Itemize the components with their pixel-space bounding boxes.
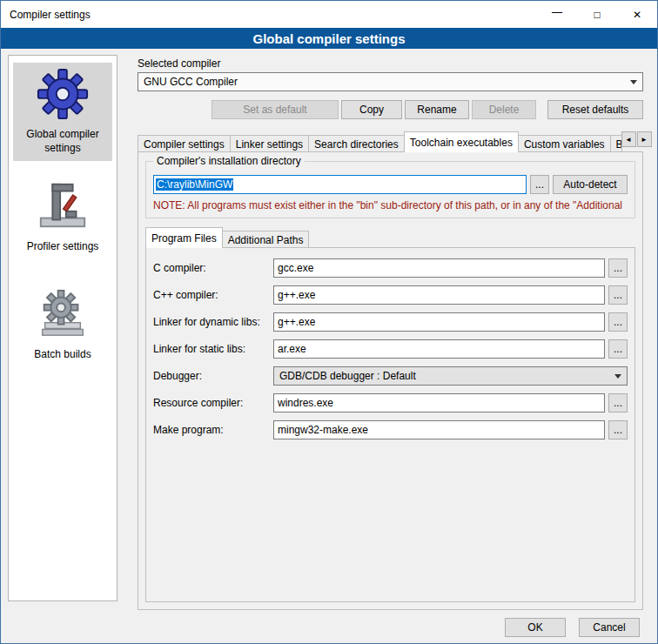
field-label: C compiler: xyxy=(153,262,273,274)
tab-toolchain-executables[interactable]: Toolchain executables xyxy=(404,131,519,152)
maximize-button[interactable]: □ xyxy=(577,1,617,28)
tab-scroll-controls: ◄ ► xyxy=(621,131,652,147)
delete-button: Delete xyxy=(472,100,536,119)
settings-tab-bar: Compiler settings Linker settings Search… xyxy=(138,131,643,152)
tab-compiler-settings[interactable]: Compiler settings xyxy=(138,135,231,152)
selected-compiler-dropdown[interactable]: GNU GCC Compiler xyxy=(138,72,643,91)
chevron-down-icon xyxy=(614,374,621,379)
arrow-right-icon: ► xyxy=(641,136,648,144)
minimize-button[interactable]: — xyxy=(537,1,577,28)
toolchain-executables-panel: Compiler's installation directory C:\ray… xyxy=(138,151,643,610)
tab-search-directories[interactable]: Search directories xyxy=(308,135,405,152)
install-dir-selected-text: C:\raylib\MinGW xyxy=(156,178,233,191)
arrow-left-icon: ◄ xyxy=(625,136,632,144)
form-row-resource-compiler: Resource compiler: ... xyxy=(153,393,628,413)
rename-button[interactable]: Rename xyxy=(405,100,469,119)
field-label: Linker for dynamic libs: xyxy=(153,316,273,328)
page-title: Global compiler settings xyxy=(1,28,657,49)
sidebar-item-label: Profiler settings xyxy=(27,240,99,254)
browse-button[interactable]: ... xyxy=(608,258,628,278)
field-label: Debugger: xyxy=(153,370,273,382)
browse-button[interactable]: ... xyxy=(608,312,628,332)
make-program-input[interactable] xyxy=(273,420,605,439)
sidebar-item-batch-builds[interactable]: Batch builds xyxy=(13,283,112,368)
copy-button[interactable]: Copy xyxy=(341,100,402,119)
tab-scroll-left-button[interactable]: ◄ xyxy=(621,131,636,147)
field-label: Resource compiler: xyxy=(153,397,273,409)
form-row-dynamic-linker: Linker for dynamic libs: ... xyxy=(153,312,628,332)
sidebar-item-label: Global compiler settings xyxy=(15,128,111,155)
cpp-compiler-input[interactable] xyxy=(273,285,605,305)
form-row-cpp-compiler: C++ compiler: ... xyxy=(153,285,628,305)
browse-button[interactable]: ... xyxy=(608,420,628,439)
install-dir-input[interactable]: C:\raylib\MinGW xyxy=(153,175,527,194)
set-as-default-button: Set as default xyxy=(212,100,339,119)
main-panel: Selected compiler GNU GCC Compiler Set a… xyxy=(127,49,652,643)
install-dir-browse-button[interactable]: ... xyxy=(530,175,549,194)
tab-build-options[interactable]: Build xyxy=(610,135,622,152)
installation-directory-row: C:\raylib\MinGW ... Auto-detect xyxy=(153,175,628,194)
program-files-tab-bar: Program Files Additional Paths xyxy=(145,227,635,248)
settings-sidebar: Global compiler settings Profiler settin… xyxy=(8,55,118,601)
installation-directory-label: Compiler's installation directory xyxy=(153,155,305,167)
gear-icon xyxy=(36,67,90,121)
dialog-body: Global compiler settings Profiler settin… xyxy=(1,49,657,643)
sidebar-item-profiler-settings[interactable]: Profiler settings xyxy=(13,175,112,260)
auto-detect-button[interactable]: Auto-detect xyxy=(553,175,628,194)
field-label: C++ compiler: xyxy=(153,289,273,301)
static-linker-input[interactable] xyxy=(273,339,605,359)
compiler-actions: Set as default Copy Rename Delete Reset … xyxy=(138,100,643,119)
browse-button[interactable]: ... xyxy=(608,393,628,413)
debugger-value: GDB/CDB debugger : Default xyxy=(279,370,609,382)
install-dir-note: NOTE: All programs must exist either in … xyxy=(153,199,634,211)
tab-additional-paths[interactable]: Additional Paths xyxy=(222,231,310,248)
browse-button[interactable]: ... xyxy=(608,339,628,359)
reset-defaults-button[interactable]: Reset defaults xyxy=(547,100,643,119)
tab-program-files[interactable]: Program Files xyxy=(145,227,223,248)
form-row-debugger: Debugger: GDB/CDB debugger : Default xyxy=(153,366,628,386)
tab-scroll-right-button[interactable]: ► xyxy=(637,131,652,147)
ok-button[interactable]: OK xyxy=(505,618,566,637)
dynamic-linker-input[interactable] xyxy=(273,312,605,332)
form-row-static-linker: Linker for static libs: ... xyxy=(153,339,628,359)
resource-compiler-input[interactable] xyxy=(273,393,605,413)
debugger-select[interactable]: GDB/CDB debugger : Default xyxy=(273,366,628,386)
cancel-button[interactable]: Cancel xyxy=(579,618,640,637)
title-bar: Compiler settings — □ ✕ xyxy=(1,1,657,28)
close-button[interactable]: ✕ xyxy=(617,1,657,28)
sidebar-item-global-compiler-settings[interactable]: Global compiler settings xyxy=(13,63,112,161)
batch-builds-icon xyxy=(36,287,90,341)
form-row-make-program: Make program: ... xyxy=(153,420,628,439)
window-title: Compiler settings xyxy=(1,1,537,28)
selected-compiler-value: GNU GCC Compiler xyxy=(144,76,625,88)
form-row-c-compiler: C compiler: ... xyxy=(153,258,628,278)
selected-compiler-label: Selected compiler xyxy=(138,57,220,70)
tab-linker-settings[interactable]: Linker settings xyxy=(230,135,309,152)
sidebar-item-label: Batch builds xyxy=(34,348,91,362)
installation-directory-group: Compiler's installation directory C:\ray… xyxy=(145,161,635,218)
c-compiler-input[interactable] xyxy=(273,258,605,278)
tab-custom-variables[interactable]: Custom variables xyxy=(518,135,611,152)
browse-button[interactable]: ... xyxy=(608,285,628,305)
field-label: Make program: xyxy=(153,424,273,436)
field-label: Linker for static libs: xyxy=(153,343,273,355)
compiler-settings-dialog: Compiler settings — □ ✕ Global compiler … xyxy=(0,0,658,644)
chevron-down-icon xyxy=(630,80,637,84)
program-files-panel: C compiler: ... C++ compiler: ... Linker… xyxy=(145,247,635,602)
profiler-icon xyxy=(36,179,90,233)
